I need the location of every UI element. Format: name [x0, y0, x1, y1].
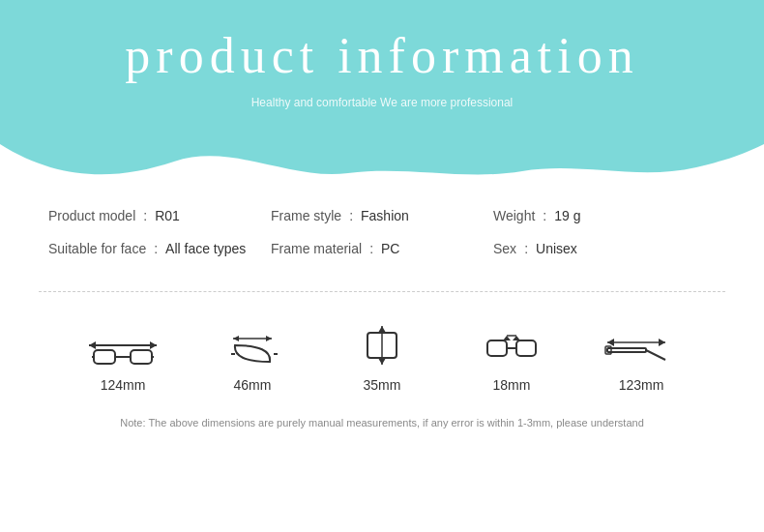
svg-marker-1: [89, 341, 96, 349]
dimension-temple: 123mm: [602, 321, 680, 393]
colon-sex: :: [524, 241, 528, 256]
dim-label-total-width: 124mm: [101, 377, 146, 393]
dim-label-bridge: 18mm: [493, 377, 531, 393]
icon-total-width: [84, 321, 162, 369]
colon-weight: :: [543, 208, 546, 223]
svg-rect-18: [516, 340, 536, 356]
label-frame-style: Frame style: [271, 208, 341, 223]
dim-label-lens-height: 35mm: [364, 377, 401, 393]
svg-marker-10: [266, 336, 272, 341]
colon-model: :: [143, 208, 147, 223]
colon-frame-style: :: [349, 208, 353, 223]
note-section: Note: The above dimensions are purely ma…: [0, 402, 764, 429]
info-item-weight: Weight : 19 g: [493, 208, 716, 223]
label-weight: Weight: [493, 208, 535, 223]
icon-temple: [602, 321, 680, 369]
info-section: Product model : R01 Frame style : Fashio…: [0, 179, 764, 283]
dimension-total-width: 124mm: [84, 321, 162, 393]
colon-material: :: [369, 241, 373, 256]
divider: [39, 291, 725, 292]
svg-marker-15: [378, 358, 386, 365]
svg-marker-25: [659, 339, 665, 346]
svg-rect-4: [131, 350, 152, 364]
dimension-lens-width: 46mm: [214, 321, 291, 393]
value-frame-style: Fashion: [361, 208, 409, 223]
svg-rect-17: [487, 340, 507, 356]
info-item-frame-style: Frame style : Fashion: [271, 208, 493, 223]
info-item-sex: Sex : Unisex: [493, 241, 716, 256]
value-weight: 19 g: [554, 208, 580, 223]
dim-label-lens-width: 46mm: [234, 377, 272, 393]
info-item-material: Frame material : PC: [271, 241, 493, 256]
wave-decoration: [0, 144, 764, 181]
page-title: product information: [125, 27, 638, 84]
icon-lens-width: [214, 321, 291, 369]
svg-marker-24: [607, 339, 614, 346]
header-section: product information Healthy and comforta…: [0, 0, 764, 179]
header-subtitle: Healthy and comfortable We are more prof…: [251, 96, 514, 109]
svg-marker-14: [378, 326, 386, 333]
info-item-model: Product model : R01: [48, 208, 271, 223]
icon-lens-height: [343, 321, 421, 369]
label-model: Product model: [48, 208, 135, 223]
dimensions-section: 124mm 46mm: [0, 311, 764, 402]
dimension-lens-height: 35mm: [343, 321, 421, 393]
icon-bridge: [473, 321, 550, 369]
value-model: R01: [155, 208, 180, 223]
colon-face: :: [154, 241, 158, 256]
value-sex: Unisex: [536, 241, 577, 256]
info-item-face: Suitable for face : All face types: [48, 241, 271, 256]
svg-rect-3: [94, 350, 115, 364]
note-text: Note: The above dimensions are purely ma…: [48, 417, 716, 429]
dim-label-temple: 123mm: [619, 377, 664, 393]
svg-marker-2: [150, 341, 157, 349]
info-row-2: Suitable for face : All face types Frame…: [48, 241, 716, 256]
label-material: Frame material: [271, 241, 362, 256]
label-sex: Sex: [493, 241, 516, 256]
svg-marker-9: [233, 336, 239, 341]
dimension-bridge: 18mm: [473, 321, 550, 393]
label-face: Suitable for face: [48, 241, 146, 256]
value-material: PC: [381, 241, 399, 256]
info-row-1: Product model : R01 Frame style : Fashio…: [48, 208, 716, 223]
value-face: All face types: [165, 241, 246, 256]
svg-rect-26: [607, 348, 646, 352]
